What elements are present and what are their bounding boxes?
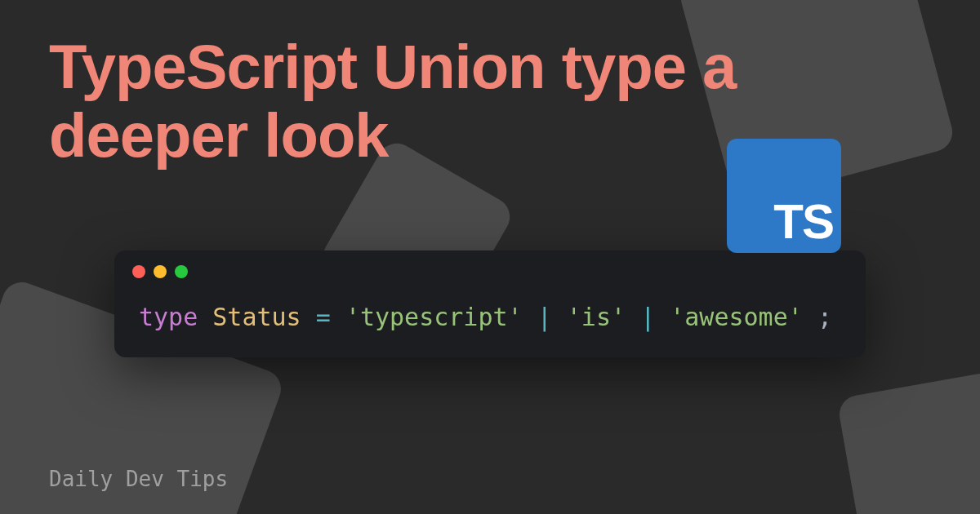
code-string: 'awesome' [670,303,803,331]
code-semicolon: ; [817,303,832,331]
main-content: TypeScript Union type a deeper look TS t… [0,0,980,514]
code-operator: = [316,303,331,331]
close-dot-icon [132,265,145,278]
footer-brand: Daily Dev Tips [49,467,228,491]
code-line: type Status = 'typescript' | 'is' | 'awe… [114,286,866,357]
code-string: 'is' [567,303,626,331]
code-pipe: | [537,303,552,331]
maximize-dot-icon [175,265,188,278]
minimize-dot-icon [154,265,167,278]
code-string: 'typescript' [345,303,523,331]
typescript-logo-text: TS [773,197,833,246]
code-pipe: | [640,303,655,331]
window-traffic-lights [114,250,866,286]
code-keyword: type [139,303,198,331]
typescript-logo: TS [727,139,841,253]
code-snippet-window: type Status = 'typescript' | 'is' | 'awe… [114,250,866,357]
code-typename: Status [212,303,301,331]
